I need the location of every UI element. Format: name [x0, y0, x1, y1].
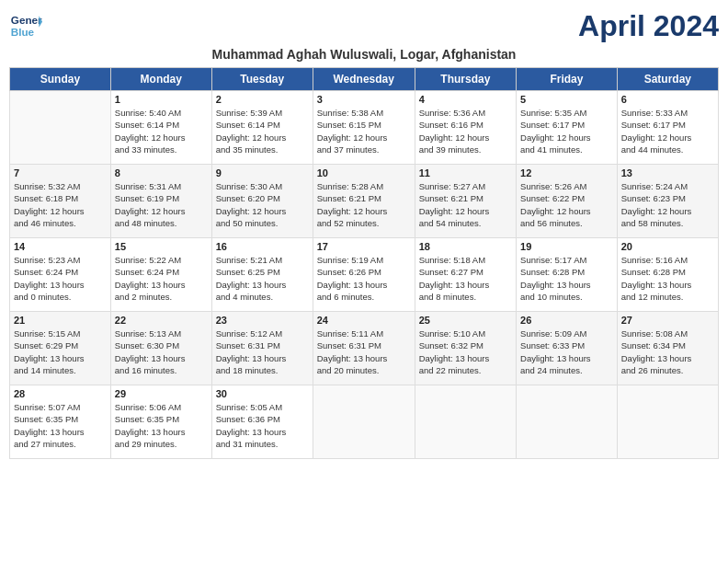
weekday-header-wednesday: Wednesday	[313, 68, 415, 91]
day-number: 4	[419, 94, 512, 105]
logo-icon: General Blue	[9, 9, 42, 42]
day-number: 28	[14, 388, 107, 399]
day-cell: 7Sunrise: 5:32 AM Sunset: 6:18 PM Daylig…	[10, 165, 111, 238]
day-cell: 27Sunrise: 5:08 AM Sunset: 6:34 PM Dayli…	[617, 312, 718, 385]
day-number: 5	[520, 94, 613, 105]
day-number: 17	[317, 241, 411, 252]
day-number: 7	[14, 167, 107, 178]
day-number: 12	[520, 167, 613, 178]
day-number: 11	[419, 167, 512, 178]
day-cell: 16Sunrise: 5:21 AM Sunset: 6:25 PM Dayli…	[211, 238, 313, 312]
day-info: Sunrise: 5:21 AM Sunset: 6:25 PM Dayligh…	[216, 254, 309, 303]
day-cell: 12Sunrise: 5:26 AM Sunset: 6:22 PM Dayli…	[517, 165, 618, 238]
day-number: 21	[14, 315, 107, 326]
day-cell: 28Sunrise: 5:07 AM Sunset: 6:35 PM Dayli…	[10, 385, 111, 459]
day-cell: 4Sunrise: 5:36 AM Sunset: 6:16 PM Daylig…	[415, 91, 516, 165]
weekday-header-thursday: Thursday	[415, 68, 516, 91]
day-cell: 30Sunrise: 5:05 AM Sunset: 6:36 PM Dayli…	[211, 385, 313, 459]
day-info: Sunrise: 5:13 AM Sunset: 6:30 PM Dayligh…	[115, 327, 208, 376]
day-cell: 17Sunrise: 5:19 AM Sunset: 6:26 PM Dayli…	[313, 238, 415, 312]
day-info: Sunrise: 5:08 AM Sunset: 6:34 PM Dayligh…	[621, 327, 714, 376]
day-info: Sunrise: 5:24 AM Sunset: 6:23 PM Dayligh…	[621, 180, 714, 229]
week-row-2: 7Sunrise: 5:32 AM Sunset: 6:18 PM Daylig…	[10, 165, 719, 238]
day-cell: 20Sunrise: 5:16 AM Sunset: 6:28 PM Dayli…	[617, 238, 718, 312]
day-cell: 1Sunrise: 5:40 AM Sunset: 6:14 PM Daylig…	[110, 91, 211, 165]
day-info: Sunrise: 5:38 AM Sunset: 6:15 PM Dayligh…	[317, 107, 411, 155]
day-cell: 11Sunrise: 5:27 AM Sunset: 6:21 PM Dayli…	[415, 165, 516, 238]
day-info: Sunrise: 5:33 AM Sunset: 6:17 PM Dayligh…	[621, 107, 714, 155]
day-info: Sunrise: 5:12 AM Sunset: 6:31 PM Dayligh…	[216, 327, 309, 376]
weekday-header-friday: Friday	[517, 68, 618, 91]
day-info: Sunrise: 5:31 AM Sunset: 6:19 PM Dayligh…	[115, 180, 208, 229]
day-cell	[10, 91, 111, 165]
day-number: 27	[621, 315, 714, 326]
day-info: Sunrise: 5:18 AM Sunset: 6:27 PM Dayligh…	[419, 254, 512, 303]
day-number: 20	[621, 241, 714, 252]
day-number: 8	[115, 167, 208, 178]
day-info: Sunrise: 5:32 AM Sunset: 6:18 PM Dayligh…	[14, 180, 107, 229]
day-cell: 21Sunrise: 5:15 AM Sunset: 6:29 PM Dayli…	[10, 312, 111, 385]
day-cell: 6Sunrise: 5:33 AM Sunset: 6:17 PM Daylig…	[617, 91, 718, 165]
day-cell: 8Sunrise: 5:31 AM Sunset: 6:19 PM Daylig…	[110, 165, 211, 238]
day-number: 30	[216, 388, 309, 399]
day-cell	[415, 385, 516, 459]
day-number: 24	[317, 315, 411, 326]
day-number: 2	[216, 94, 309, 105]
day-cell: 5Sunrise: 5:35 AM Sunset: 6:17 PM Daylig…	[517, 91, 618, 165]
day-info: Sunrise: 5:07 AM Sunset: 6:35 PM Dayligh…	[14, 401, 107, 450]
day-info: Sunrise: 5:15 AM Sunset: 6:29 PM Dayligh…	[14, 327, 107, 376]
day-info: Sunrise: 5:26 AM Sunset: 6:22 PM Dayligh…	[520, 180, 613, 229]
weekday-header-row: SundayMondayTuesdayWednesdayThursdayFrid…	[10, 68, 719, 91]
day-info: Sunrise: 5:30 AM Sunset: 6:20 PM Dayligh…	[216, 180, 309, 229]
day-cell: 18Sunrise: 5:18 AM Sunset: 6:27 PM Dayli…	[415, 238, 516, 312]
day-number: 13	[621, 167, 714, 178]
day-number: 23	[216, 315, 309, 326]
day-info: Sunrise: 5:40 AM Sunset: 6:14 PM Dayligh…	[115, 107, 208, 155]
page-header: General Blue April 2024	[9, 9, 719, 43]
day-number: 22	[115, 315, 208, 326]
calendar-subtitle: Muhammad Aghah Wuluswali, Logar, Afghani…	[9, 47, 719, 62]
day-cell: 23Sunrise: 5:12 AM Sunset: 6:31 PM Dayli…	[211, 312, 313, 385]
logo: General Blue	[9, 9, 46, 42]
day-cell: 22Sunrise: 5:13 AM Sunset: 6:30 PM Dayli…	[110, 312, 211, 385]
svg-text:Blue: Blue	[11, 26, 35, 38]
day-cell	[313, 385, 415, 459]
day-number: 10	[317, 167, 411, 178]
day-info: Sunrise: 5:19 AM Sunset: 6:26 PM Dayligh…	[317, 254, 411, 303]
day-number: 14	[14, 241, 107, 252]
week-row-4: 21Sunrise: 5:15 AM Sunset: 6:29 PM Dayli…	[10, 312, 719, 385]
day-cell: 15Sunrise: 5:22 AM Sunset: 6:24 PM Dayli…	[110, 238, 211, 312]
day-info: Sunrise: 5:09 AM Sunset: 6:33 PM Dayligh…	[520, 327, 613, 376]
day-number: 1	[115, 94, 208, 105]
weekday-header-saturday: Saturday	[617, 68, 718, 91]
month-title: April 2024	[578, 9, 719, 43]
day-number: 19	[520, 241, 613, 252]
day-cell: 10Sunrise: 5:28 AM Sunset: 6:21 PM Dayli…	[313, 165, 415, 238]
day-cell: 2Sunrise: 5:39 AM Sunset: 6:14 PM Daylig…	[211, 91, 313, 165]
day-number: 25	[419, 315, 512, 326]
day-cell: 24Sunrise: 5:11 AM Sunset: 6:31 PM Dayli…	[313, 312, 415, 385]
day-info: Sunrise: 5:17 AM Sunset: 6:28 PM Dayligh…	[520, 254, 613, 303]
weekday-header-tuesday: Tuesday	[211, 68, 313, 91]
day-number: 9	[216, 167, 309, 178]
day-info: Sunrise: 5:06 AM Sunset: 6:35 PM Dayligh…	[115, 401, 208, 450]
day-number: 29	[115, 388, 208, 399]
week-row-5: 28Sunrise: 5:07 AM Sunset: 6:35 PM Dayli…	[10, 385, 719, 459]
day-cell: 29Sunrise: 5:06 AM Sunset: 6:35 PM Dayli…	[110, 385, 211, 459]
weekday-header-monday: Monday	[110, 68, 211, 91]
day-info: Sunrise: 5:11 AM Sunset: 6:31 PM Dayligh…	[317, 327, 411, 376]
day-info: Sunrise: 5:28 AM Sunset: 6:21 PM Dayligh…	[317, 180, 411, 229]
day-info: Sunrise: 5:05 AM Sunset: 6:36 PM Dayligh…	[216, 401, 309, 450]
day-cell: 13Sunrise: 5:24 AM Sunset: 6:23 PM Dayli…	[617, 165, 718, 238]
day-cell	[517, 385, 618, 459]
day-cell: 19Sunrise: 5:17 AM Sunset: 6:28 PM Dayli…	[517, 238, 618, 312]
day-number: 6	[621, 94, 714, 105]
week-row-1: 1Sunrise: 5:40 AM Sunset: 6:14 PM Daylig…	[10, 91, 719, 165]
day-number: 18	[419, 241, 512, 252]
day-number: 3	[317, 94, 411, 105]
day-cell: 14Sunrise: 5:23 AM Sunset: 6:24 PM Dayli…	[10, 238, 111, 312]
calendar-table: SundayMondayTuesdayWednesdayThursdayFrid…	[9, 67, 719, 459]
day-cell: 25Sunrise: 5:10 AM Sunset: 6:32 PM Dayli…	[415, 312, 516, 385]
day-info: Sunrise: 5:35 AM Sunset: 6:17 PM Dayligh…	[520, 107, 613, 155]
day-info: Sunrise: 5:22 AM Sunset: 6:24 PM Dayligh…	[115, 254, 208, 303]
